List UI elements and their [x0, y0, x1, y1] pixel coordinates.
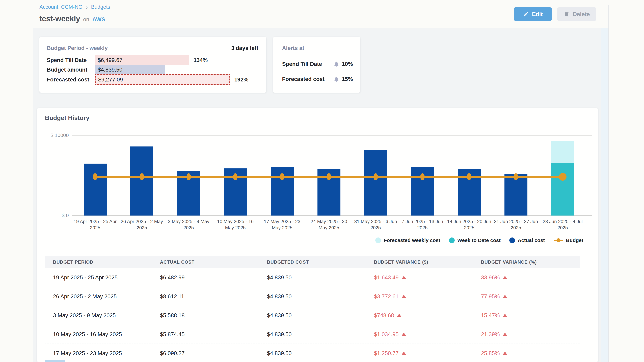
bar-actual-cost[interactable] — [84, 164, 107, 216]
legend-item-actual-cost[interactable]: Actual cost — [509, 238, 545, 243]
alert-forecast-threshold: 15% — [342, 76, 353, 82]
alert-forecast-label: Forecasted cost — [282, 76, 334, 82]
cell-actual-cost: $5,588.18 — [152, 312, 259, 319]
budget-line-marker[interactable] — [280, 173, 284, 180]
legend-dot-icon — [509, 238, 515, 243]
forecasted-cost-percent: 192% — [234, 76, 248, 83]
column-header-budgeted-cost: BUDGETED COST — [259, 260, 366, 265]
cell-budget-variance-usd: $748.68 — [366, 312, 473, 319]
x-axis-label: 10 May 2025 - 16 May 2025 — [213, 218, 258, 231]
x-axis-label: 24 May 2025 - 30 May 2025 — [306, 218, 352, 231]
breadcrumb-account-link[interactable]: Account: CCM-NG — [40, 4, 82, 10]
cell-budget-variance-pct: 33.96% — [473, 274, 580, 281]
increase-triangle-icon — [503, 352, 507, 355]
x-axis-label: 17 May 2025 - 23 May 2025 — [260, 218, 305, 231]
cell-budgeted-cost: $4,839.50 — [259, 312, 366, 319]
spend-till-date-value: $6,499.67 — [98, 57, 122, 63]
budget-line-marker[interactable] — [186, 173, 191, 180]
budget-line-marker[interactable] — [467, 173, 471, 180]
column-header-budget-variance-: BUDGET VARIANCE (%) — [473, 260, 580, 265]
table-row: 17 May 2025 - 23 May 2025$6,090.27$4,839… — [45, 344, 580, 362]
pencil-icon — [523, 11, 529, 17]
alerts-title: Alerts at — [282, 45, 304, 51]
budget-history-table: BUDGET PERIODACTUAL COSTBUDGETED COSTBUD… — [45, 256, 580, 362]
budget-history-card: Budget History $ 10000 $ 0 19 Apr 2025 -… — [37, 108, 598, 362]
alert-row-forecast: Forecasted cost 15% — [282, 75, 353, 83]
table-row: 10 May 2025 - 16 May 2025$5,874.45$4,839… — [45, 325, 580, 344]
column-header-budget-variance-: BUDGET VARIANCE ($) — [366, 260, 473, 265]
spend-till-date-percent: 134% — [194, 57, 208, 63]
legend-dot-icon — [449, 238, 455, 243]
forecasted-cost-bar: $9,277.09 — [95, 74, 230, 85]
cloud-provider-link[interactable]: AWS — [92, 16, 105, 23]
budget-line-marker[interactable] — [514, 173, 518, 180]
budget-line-marker[interactable] — [420, 173, 425, 180]
cell-budgeted-cost: $4,839.50 — [259, 331, 366, 338]
legend-item-forecasted-weekly-cost[interactable]: Forecasted weekly cost — [375, 238, 440, 243]
cell-budget-period: 26 Apr 2025 - 2 May 2025 — [45, 293, 152, 300]
table-header-row: BUDGET PERIODACTUAL COSTBUDGETED COSTBUD… — [45, 256, 580, 268]
bell-icon — [334, 61, 340, 67]
budget-line-marker[interactable] — [93, 173, 97, 180]
table-row: 3 May 2025 - 9 May 2025$5,588.18$4,839.5… — [45, 306, 580, 325]
budget-line-marker[interactable] — [559, 173, 566, 181]
breadcrumb-separator-icon: › — [86, 4, 88, 10]
increase-triangle-icon — [402, 352, 406, 355]
cell-budget-variance-usd: $1,034.95 — [366, 331, 473, 338]
x-axis-label: 28 Jun 2025 - 4 Jul 2025 — [540, 218, 585, 231]
legend-item-budget[interactable]: Budget — [554, 238, 583, 243]
breadcrumb: Account: CCM-NG › Budgets — [40, 3, 110, 11]
budget-history-title: Budget History — [45, 114, 90, 121]
budget-line-marker[interactable] — [140, 173, 144, 180]
cell-budget-variance-pct: 77.95% — [473, 293, 580, 300]
cell-budget-period: 10 May 2025 - 16 May 2025 — [45, 331, 152, 338]
cell-budget-variance-usd: $3,772.61 — [366, 293, 473, 300]
bar-actual-cost[interactable] — [130, 146, 153, 216]
alert-row-spend: Spend Till Date 10% — [282, 60, 353, 68]
cell-actual-cost: $6,090.27 — [152, 350, 259, 357]
legend-label: Actual cost — [518, 238, 545, 243]
increase-triangle-icon — [503, 295, 507, 298]
forecasted-cost-value: $9,277.09 — [98, 76, 123, 83]
budget-line-marker[interactable] — [233, 173, 238, 180]
budget-amount-label: Budget amount — [47, 66, 95, 73]
forecasted-cost-label: Forecasted cost — [47, 76, 95, 83]
cell-budget-period: 17 May 2025 - 23 May 2025 — [45, 350, 152, 357]
budget-amount-row: Budget amount $4,839.50 — [47, 65, 170, 74]
spend-till-date-label: Spend Till Date — [47, 57, 95, 63]
delete-button-label: Delete — [573, 11, 590, 17]
alert-spend-threshold: 10% — [342, 61, 353, 67]
x-axis-label: 3 May 2025 - 9 May 2025 — [166, 218, 211, 231]
cell-budget-period: 19 Apr 2025 - 25 Apr 2025 — [45, 274, 152, 281]
increase-triangle-icon — [397, 314, 401, 317]
vertical-scrollbar[interactable] — [602, 28, 608, 362]
budget-line-marker[interactable] — [374, 173, 378, 180]
gridline-top — [72, 135, 592, 136]
x-axis-label: 31 May 2025 - 6 Jun 2025 — [353, 218, 398, 231]
x-axis-label: 26 Apr 2025 - 2 May 2025 — [119, 218, 164, 231]
x-axis-label: 14 Jun 2025 - 20 Jun 2025 — [446, 218, 492, 231]
legend-item-week-to-date-cost[interactable]: Week to Date cost — [449, 238, 500, 243]
column-header-actual-cost: ACTUAL COST — [152, 260, 259, 265]
legend-label: Week to Date cost — [457, 238, 500, 243]
budget-line-marker[interactable] — [327, 173, 331, 180]
breadcrumb-budgets-link[interactable]: Budgets — [91, 4, 110, 10]
cell-budgeted-cost: $4,839.50 — [259, 293, 366, 300]
x-axis-label: 21 Jun 2025 - 27 Jun 2025 — [493, 218, 538, 231]
edit-button[interactable]: Edit — [514, 7, 552, 21]
cell-budget-period: 3 May 2025 - 9 May 2025 — [45, 312, 152, 319]
days-left-badge: 3 days left — [231, 45, 258, 51]
forecasted-cost-row: Forecasted cost $9,277.09 192% — [47, 74, 248, 85]
increase-triangle-icon — [503, 314, 507, 317]
partially-visible-element — [45, 360, 65, 362]
alert-spend-label: Spend Till Date — [282, 61, 334, 67]
table-body: 19 Apr 2025 - 25 Apr 2025$6,482.99$4,839… — [45, 268, 580, 362]
trash-icon — [564, 11, 570, 17]
title-connector: on — [83, 16, 90, 23]
cell-budgeted-cost: $4,839.50 — [259, 274, 366, 281]
edit-button-label: Edit — [532, 11, 543, 17]
bar-actual-cost[interactable] — [364, 150, 387, 216]
delete-button[interactable]: Delete — [557, 7, 596, 21]
bar-week-to-date-cost[interactable] — [551, 163, 574, 216]
bar-forecasted-weekly-cost[interactable] — [551, 141, 574, 164]
